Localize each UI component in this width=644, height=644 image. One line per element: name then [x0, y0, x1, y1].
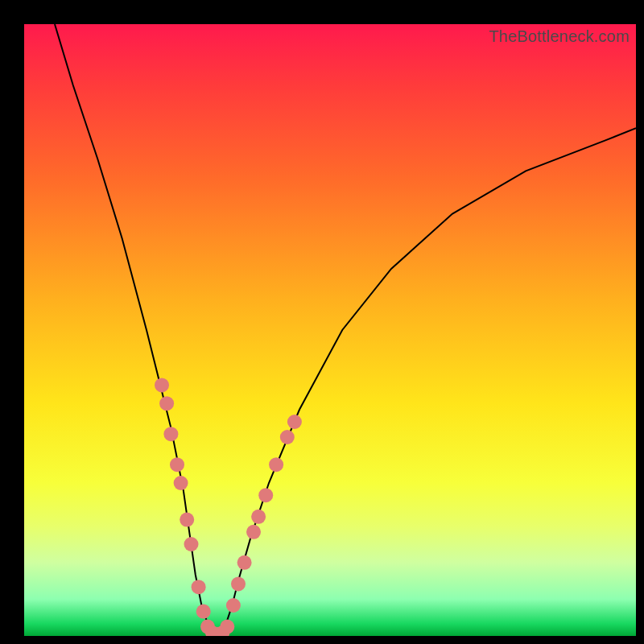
data-marker: [180, 513, 194, 527]
data-marker: [170, 457, 184, 472]
curve-markers: [155, 378, 302, 636]
plot-area: TheBottleneck.com: [24, 24, 636, 636]
data-marker: [251, 510, 266, 524]
data-marker: [246, 525, 261, 539]
data-marker: [237, 555, 252, 570]
data-marker: [155, 378, 169, 392]
data-marker: [258, 488, 273, 502]
data-marker: [280, 430, 295, 444]
data-marker: [226, 598, 241, 613]
data-marker: [159, 396, 174, 411]
data-marker: [231, 576, 246, 591]
data-marker: [163, 427, 178, 441]
data-marker: [269, 457, 283, 472]
data-marker: [174, 476, 188, 490]
data-marker: [196, 605, 211, 619]
chart-frame: TheBottleneck.com: [0, 0, 644, 644]
data-marker: [287, 415, 302, 429]
data-marker: [220, 620, 234, 634]
bottleneck-curve: [55, 24, 636, 636]
chart-svg: [24, 24, 636, 636]
data-marker: [192, 580, 206, 594]
data-marker: [184, 537, 199, 551]
